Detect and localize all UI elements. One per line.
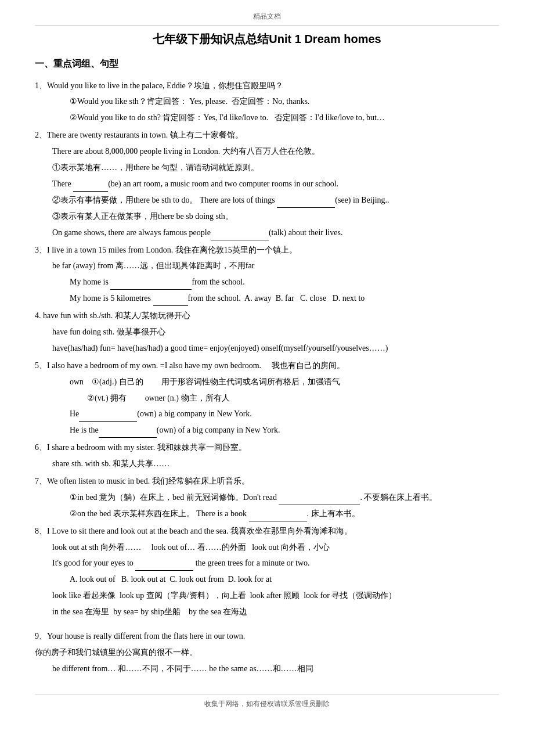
item-5: 5、I also have a bedroom of my own. =I al… <box>35 358 499 438</box>
section1-title: 一、重点词组、句型 <box>35 55 499 73</box>
item-4: 4. have fun with sb./sth. 和某人/某物玩得开心 hav… <box>35 308 499 356</box>
top-banner: 精品文档 <box>35 12 499 26</box>
main-title: 七年级下册知识点总结Unit 1 Dream homes <box>35 31 499 47</box>
item-2: 2、There are twenty restaurants in town. … <box>35 128 499 240</box>
item-1: 1、Would you like to live in the palace, … <box>35 78 499 126</box>
bottom-banner: 收集于网络，如有侵权请联系管理员删除 <box>35 694 499 709</box>
item-6: 6、I share a bedroom with my sister. 我和妹妹… <box>35 440 499 471</box>
item-8: 8、I Love to sit there and look out at th… <box>35 524 499 620</box>
item-3: 3、I live in a town 15 miles from London.… <box>35 243 499 307</box>
item-9: 9、Your house is really different from th… <box>35 629 499 676</box>
item-7: 7、We often listen to music in bed. 我们经常躺… <box>35 474 499 521</box>
